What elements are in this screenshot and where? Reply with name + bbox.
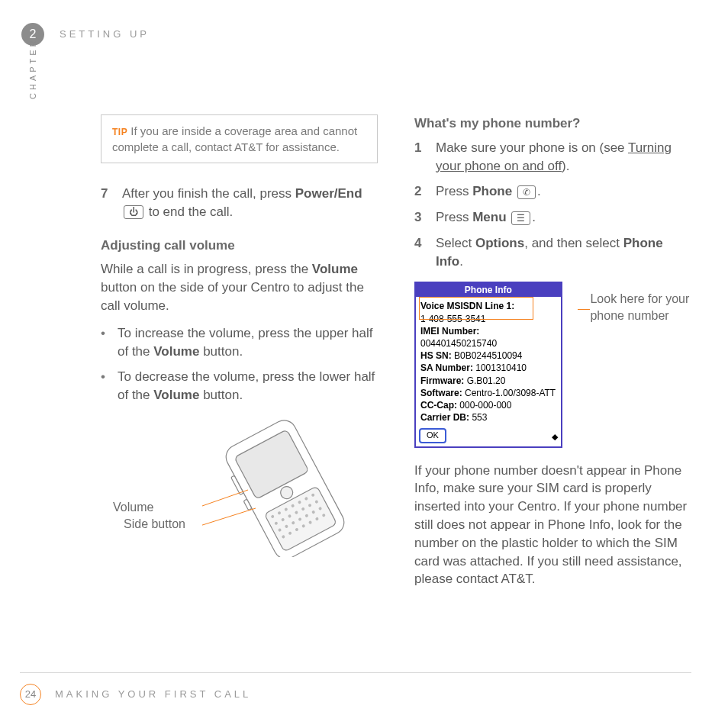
footer-title: MAKING YOUR FIRST CALL <box>55 688 251 701</box>
page-number: 24 <box>20 684 41 705</box>
step-4: 4 Select Options, and then select Phone … <box>414 234 691 271</box>
step-2: 2 Press Phone ✆. <box>414 182 691 201</box>
scroll-indicator-icon: ◆ <box>552 431 558 443</box>
svg-line-35 <box>202 508 256 527</box>
tip-label: TIP <box>112 127 127 137</box>
section-title: SETTING UP <box>60 27 150 41</box>
power-end-icon: ⏻ <box>124 205 143 219</box>
step-7: 7 After you finish the call, press Power… <box>101 185 378 221</box>
centro-device-icon <box>202 412 362 557</box>
ok-button[interactable]: OK <box>419 428 446 443</box>
after-paragraph: If your phone number doesn't appear in P… <box>414 462 691 589</box>
phone-number-value: 1-408-555-3541 <box>420 313 556 325</box>
menu-button-icon: ☰ <box>511 211 530 225</box>
chapter-side-label: CHAPTER <box>27 37 39 99</box>
label-side-button: Side button <box>124 516 185 533</box>
phone-info-screenshot: Phone Info Voice MSISDN Line 1: 1-408-55… <box>414 282 562 448</box>
bullet-decrease: To decrease the volume, press the lower … <box>101 368 378 404</box>
adjust-paragraph: While a call is in progress, press the V… <box>101 260 378 314</box>
right-column: What's my phone number? 1 Make sure your… <box>414 114 691 598</box>
callout-text: Look here for your phone number <box>590 291 691 325</box>
step-1: 1 Make sure your phone is on (see Turnin… <box>414 139 691 176</box>
phone-button-icon: ✆ <box>517 185 536 199</box>
phone-info-title: Phone Info <box>416 283 561 298</box>
tip-text: If you are inside a coverage area and ca… <box>112 124 357 153</box>
step-3: 3 Press Menu ☰. <box>414 208 691 227</box>
page-footer: 24 MAKING YOUR FIRST CALL <box>20 672 691 705</box>
heading-adjusting-volume: Adjusting call volume <box>101 237 378 255</box>
left-column: TIP If you are inside a coverage area an… <box>101 114 378 598</box>
label-volume: Volume <box>113 499 185 516</box>
phone-illustration: Volume Side button <box>101 412 378 565</box>
heading-whats-my-number: What's my phone number? <box>414 114 691 133</box>
callout-line <box>578 309 591 325</box>
step-number: 7 <box>101 185 111 221</box>
bullet-increase: To increase the volume, press the upper … <box>101 324 378 361</box>
page-header: 2 SETTING UP <box>21 23 691 46</box>
tip-box: TIP If you are inside a coverage area an… <box>101 114 378 163</box>
